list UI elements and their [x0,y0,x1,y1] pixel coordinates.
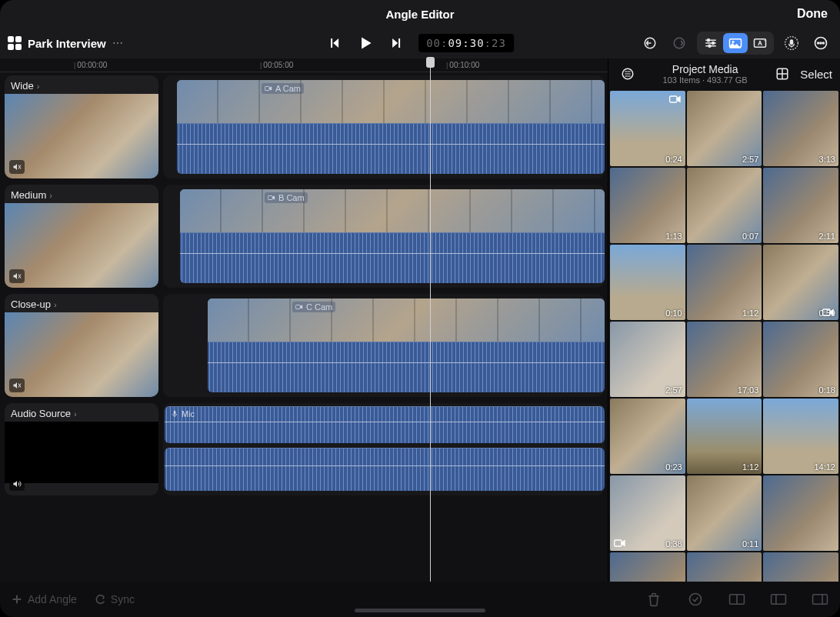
media-duration: 0:23 [665,462,682,472]
angle-header-medium[interactable]: Medium› [5,185,158,288]
timecode-display[interactable]: 00:09:30:23 [418,34,514,52]
project-title[interactable]: Park Interview [28,37,106,50]
angle-name: Audio Source [11,408,71,419]
camera-icon [613,538,627,549]
media-duration: 17:03 [738,385,759,395]
audio-clip[interactable] [165,448,605,491]
media-item[interactable]: 2:57 [610,322,685,397]
voiceover-button[interactable] [780,33,803,53]
split-clip-button[interactable] [728,590,746,609]
media-item[interactable]: 0:59 [763,245,838,320]
done-button[interactable]: Done [797,7,828,21]
more-options-button[interactable] [809,33,832,53]
clip[interactable]: B Cam [180,189,605,283]
angle-header-audio[interactable]: Audio Source› [5,403,158,495]
select-button[interactable]: Select [800,68,832,81]
angle-lane[interactable]: B Cam [163,185,605,288]
media-item[interactable]: 0:38 [610,475,685,551]
media-item[interactable]: 17:03 [687,322,762,397]
media-duration: 3:13 [819,155,835,164]
media-duration: 2:57 [665,385,682,395]
angles-grid-icon[interactable] [8,36,22,50]
prev-frame-button[interactable] [326,35,343,52]
chevron-right-icon: › [37,82,40,91]
angle-lane[interactable]: Mic [163,403,605,495]
angle-header-wide[interactable]: Wide› [5,75,158,178]
media-item[interactable]: 2:11 [763,168,838,243]
chevron-right-icon: › [54,300,57,309]
ruler-tick: 00:05:00 [260,61,293,69]
time-ruler[interactable]: 00:00:00 00:05:00 00:10:00 [0,58,608,72]
svg-point-11 [818,42,819,44]
clip-label: B Cam [265,192,308,203]
titles-browser-button[interactable] [748,33,772,53]
media-item[interactable]: 1:03 [610,552,685,582]
media-title-block[interactable]: Project Media 103 Items · 493.77 GB [645,63,765,85]
media-item[interactable] [763,552,838,582]
svg-point-4 [708,45,711,47]
angle-lane[interactable]: C Cam [163,294,605,397]
audio-clip[interactable]: Mic [165,406,605,443]
angle-row: Close-up› C Cam [0,291,608,400]
media-item[interactable]: 0:23 [610,399,685,474]
media-duration: 1:12 [742,308,758,318]
trash-button[interactable] [645,590,663,609]
svg-point-6 [732,41,735,43]
svg-point-2 [708,39,710,42]
media-item[interactable]: 0:24 [610,91,685,166]
media-grid[interactable]: 0:242:573:131:130:072:110:101:120:592:57… [608,89,840,582]
playhead[interactable] [430,58,431,582]
media-item[interactable]: 0:11 [687,475,762,551]
angle-lane[interactable]: A Cam [163,75,605,178]
solo-audio-button[interactable] [9,477,25,491]
mute-button[interactable] [9,269,25,283]
media-item[interactable]: 14:12 [763,399,838,474]
grid-size-button[interactable] [771,64,794,84]
angle-row: Wide› A Cam [0,72,608,182]
home-indicator [355,609,485,612]
media-item[interactable]: 0:32 [687,552,762,582]
svg-rect-17 [174,411,176,415]
media-item[interactable]: 2:57 [687,91,762,166]
redo-button [668,33,691,53]
mute-button[interactable] [9,379,25,392]
svg-rect-9 [790,40,792,45]
title-bar: Angle Editor Done [0,0,840,28]
undo-button[interactable] [638,33,662,53]
mute-button[interactable] [9,160,25,174]
svg-rect-26 [813,595,828,605]
enable-clip-button[interactable] [686,590,705,609]
trim-start-button[interactable] [769,590,788,609]
clip[interactable]: C Cam [208,298,605,392]
play-button[interactable] [357,35,374,52]
media-item[interactable]: 3:13 [763,91,838,166]
photos-browser-button[interactable] [723,33,748,53]
media-item[interactable]: 1:12 [687,245,762,320]
timeline[interactable]: 00:00:00 00:05:00 00:10:00 Wide› [0,58,608,582]
angle-row: Medium› B Cam [0,182,608,291]
add-angle-button[interactable]: Add Angle [11,593,77,605]
camera-icon [668,94,682,105]
media-item[interactable]: 1:13 [610,168,685,243]
media-browser: Project Media 103 Items · 493.77 GB Sele… [608,58,840,582]
media-item[interactable]: 0:07 [687,168,762,243]
clip[interactable]: A Cam [177,80,605,174]
angle-name: Close-up [11,298,51,310]
trim-end-button[interactable] [811,590,829,609]
toolbar: Park Interview ⋯ 4 Angles · 3840 × 2160 … [0,28,840,58]
media-item[interactable] [763,475,838,551]
angle-header-closeup[interactable]: Close-up› [5,294,158,397]
media-item[interactable]: 1:12 [687,399,762,474]
browser-back-button[interactable] [616,64,639,84]
angle-row: Audio Source› Mic [0,400,608,499]
filters-button[interactable] [698,33,723,53]
svg-rect-21 [823,309,830,315]
media-item[interactable]: 0:10 [610,245,685,320]
angle-name: Wide [11,80,34,92]
next-frame-button[interactable] [388,35,405,52]
media-item[interactable]: 0:18 [763,322,838,397]
sync-button[interactable]: Sync [94,593,135,605]
project-options-icon[interactable]: ⋯ [112,37,123,49]
angle-thumbnail [5,94,158,178]
svg-rect-20 [669,96,676,102]
